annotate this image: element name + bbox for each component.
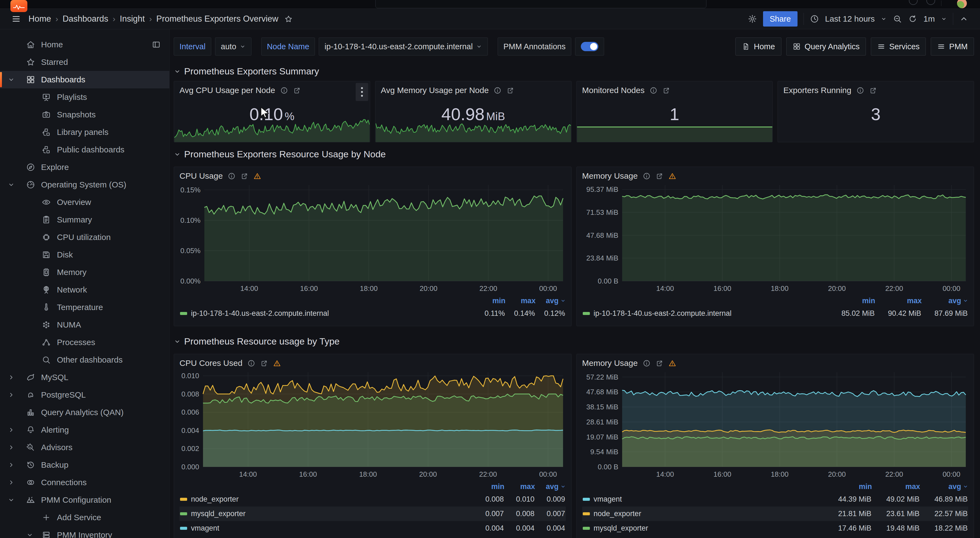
panel-title[interactable]: Avg Memory Usage per Node <box>381 86 489 95</box>
sidebar-item-starred[interactable]: Starred <box>0 53 169 71</box>
chevron-down-icon[interactable] <box>8 497 15 503</box>
warning-icon[interactable] <box>668 359 676 367</box>
external-link-icon[interactable] <box>662 86 670 94</box>
chevron-down-icon[interactable] <box>941 16 947 22</box>
sidebar-item-temperature[interactable]: Temperature <box>0 299 169 316</box>
sidebar-item-network[interactable]: Network <box>0 281 169 299</box>
panel-title[interactable]: Monitored Nodes <box>582 86 644 95</box>
sidebar-item-add-service[interactable]: Add Service <box>0 509 169 526</box>
refresh-icon[interactable] <box>908 14 917 24</box>
panel-title[interactable]: CPU Cores Used <box>180 358 242 368</box>
time-series-plot[interactable]: 57.22 MiB47.68 MiB38.15 MiB28.61 MiB19.0… <box>581 370 970 481</box>
sidebar-item-playlists[interactable]: Playlists <box>0 88 169 106</box>
refresh-interval[interactable]: 1m <box>923 14 935 24</box>
legend-sort-max[interactable]: max <box>872 482 920 491</box>
sidebar-item-dashboards[interactable]: Dashboards <box>0 71 169 88</box>
legend-sort-min[interactable]: min <box>474 482 504 491</box>
external-link-icon[interactable] <box>655 172 663 180</box>
chevron-down-icon[interactable] <box>8 76 15 83</box>
legend-sort-max[interactable]: max <box>506 297 536 305</box>
time-range-picker[interactable]: Last 12 hours <box>825 14 875 24</box>
sidebar-item-postgresql[interactable]: PostgreSQL <box>0 386 169 404</box>
sidebar-item-mysql[interactable]: MySQL <box>0 369 169 386</box>
info-icon[interactable] <box>247 359 255 367</box>
share-button[interactable]: Share <box>763 11 797 27</box>
external-link-icon[interactable] <box>260 359 268 367</box>
chevron-right-icon[interactable] <box>8 444 15 451</box>
warning-icon[interactable] <box>253 172 261 180</box>
sidebar-item-memory[interactable]: Memory <box>0 264 169 281</box>
time-series-plot[interactable]: 0.0100.0080.0060.0040.0020.00014:0016:00… <box>178 370 567 481</box>
info-icon[interactable] <box>493 86 501 94</box>
legend-series-name[interactable]: mysqld_exporter <box>180 509 473 518</box>
link-home-button[interactable]: Home <box>735 38 781 56</box>
legend-series-name[interactable]: vmagent <box>583 495 824 503</box>
chevron-right-icon[interactable] <box>8 391 15 398</box>
sidebar-item-pmm-inventory[interactable]: PMM Inventory <box>0 526 169 538</box>
chevron-right-icon[interactable] <box>8 374 15 381</box>
legend-series-name[interactable]: mysqld_exporter <box>583 524 824 533</box>
chevron-right-icon[interactable] <box>8 427 15 433</box>
panel-title[interactable]: CPU Usage <box>180 171 223 181</box>
legend-series-name[interactable]: node_exporter <box>180 495 473 503</box>
dashboard-settings-icon[interactable] <box>748 14 757 24</box>
avatar[interactable] <box>957 0 967 8</box>
time-series-plot[interactable]: 95.37 MiB71.53 MiB47.68 MiB23.84 MiB0.00… <box>581 183 970 295</box>
sidebar-item-summary[interactable]: Summary <box>0 211 169 229</box>
legend-series-name[interactable]: node_exporter <box>583 509 824 518</box>
pmm-logo[interactable] <box>10 0 27 12</box>
breadcrumb-insight[interactable]: Insight <box>120 14 145 24</box>
info-icon[interactable] <box>649 86 657 94</box>
chevron-down-icon[interactable] <box>26 532 33 538</box>
legend-sort-min[interactable]: min <box>829 297 875 305</box>
legend-series-name[interactable]: vmagent <box>180 524 473 533</box>
legend-series-name[interactable]: ip-10-178-1-40.us-east-2.compute.interna… <box>583 309 829 318</box>
sidebar-item-connections[interactable]: Connections <box>0 474 169 491</box>
chevron-down-icon[interactable] <box>8 181 15 188</box>
link-pmm-button[interactable]: PMM <box>931 38 974 56</box>
sidebar-item-public-dashboards[interactable]: Public dashboards <box>0 141 169 158</box>
info-icon[interactable] <box>856 86 864 94</box>
search-input[interactable] <box>375 0 706 8</box>
section-resource-usage-by-node[interactable]: Prometheus Exporters Resource Usage by N… <box>174 149 974 159</box>
sidebar-item-pmm-configuration[interactable]: PMM Configuration <box>0 491 169 509</box>
sidebar-item-disk[interactable]: Disk <box>0 246 169 264</box>
info-icon[interactable] <box>643 172 651 180</box>
sidebar-item-query-analytics-qan[interactable]: Query Analytics (QAN) <box>0 404 169 421</box>
menu-toggle-icon[interactable] <box>11 14 21 24</box>
legend-series-name[interactable]: ip-10-178-1-40.us-east-2.compute.interna… <box>180 309 475 318</box>
sidebar-item-explore[interactable]: Explore <box>0 158 169 176</box>
info-icon[interactable] <box>643 359 651 367</box>
collapse-topbar-icon[interactable] <box>959 14 969 24</box>
external-link-icon[interactable] <box>293 86 301 94</box>
chevron-right-icon[interactable] <box>8 479 15 486</box>
time-range-clock-icon[interactable] <box>810 14 819 24</box>
notifications-icon[interactable] <box>926 0 935 5</box>
section-resource-usage-by-type[interactable]: Prometheus Resource usage by Type <box>174 336 974 347</box>
legend-sort-min[interactable]: min <box>824 482 872 491</box>
link-services-button[interactable]: Services <box>871 38 926 56</box>
sidebar-item-home[interactable]: Home <box>0 36 169 53</box>
sidebar-item-operating-system-os[interactable]: Operating System (OS) <box>0 176 169 193</box>
sidebar-item-cpu-utilization[interactable]: CPU utilization <box>0 229 169 246</box>
sidebar-item-overview[interactable]: Overview <box>0 193 169 211</box>
breadcrumb-dashboards[interactable]: Dashboards <box>63 14 108 24</box>
sidebar-item-processes[interactable]: Processes <box>0 334 169 351</box>
panel-menu-button[interactable] <box>356 83 368 101</box>
favorite-star-icon[interactable] <box>284 15 293 23</box>
sidebar-item-alerting[interactable]: Alerting <box>0 421 169 439</box>
sidebar-item-other-dashboards[interactable]: Other dashboards <box>0 351 169 369</box>
legend-sort-avg[interactable]: avg <box>536 297 566 305</box>
info-icon[interactable] <box>280 86 288 94</box>
zoom-out-icon[interactable] <box>893 14 902 24</box>
sidebar-item-numa[interactable]: NUMA <box>0 316 169 334</box>
warning-icon[interactable] <box>668 172 676 180</box>
section-exporters-summary[interactable]: Prometheus Exporters Summary <box>174 66 974 76</box>
time-series-plot[interactable]: 0.15%0.10%0.05%0.00%14:0016:0018:0020:00… <box>178 183 567 295</box>
legend-sort-max[interactable]: max <box>504 482 535 491</box>
warning-icon[interactable] <box>273 359 281 367</box>
info-icon[interactable] <box>228 172 235 180</box>
panel-title[interactable]: Exporters Running <box>783 86 851 95</box>
external-link-icon[interactable] <box>506 86 514 94</box>
sidebar-item-backup[interactable]: Backup <box>0 456 169 474</box>
